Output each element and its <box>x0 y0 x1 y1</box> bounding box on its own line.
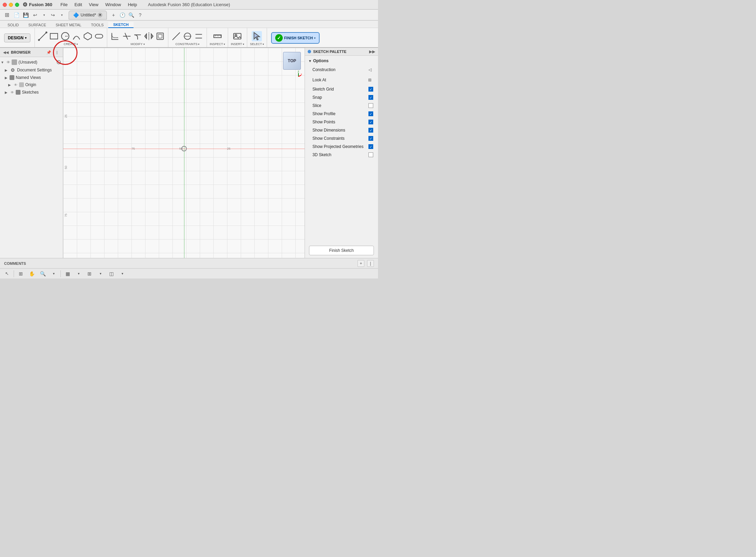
help-button[interactable]: ? <box>136 11 144 19</box>
palette-checkbox-show-projected[interactable]: ✓ <box>368 144 373 149</box>
measure-icon[interactable] <box>212 31 223 41</box>
line-tool-icon[interactable] <box>38 31 48 41</box>
svg-point-1 <box>38 39 40 41</box>
palette-row-show-constraints[interactable]: Show Constraints ✓ <box>305 134 378 142</box>
palette-checkbox-slice[interactable] <box>368 103 373 108</box>
palette-checkbox-sketch-grid[interactable]: ✓ <box>368 87 373 92</box>
coincident-constraint-icon[interactable] <box>171 31 181 41</box>
tab-tools[interactable]: TOOLS <box>86 22 108 28</box>
close-button[interactable] <box>3 3 7 7</box>
palette-checkbox-show-dimensions[interactable]: ✓ <box>368 128 373 133</box>
browser-pin-icon[interactable]: 📌 <box>46 49 52 55</box>
viewcube[interactable]: TOP Z X <box>283 52 302 78</box>
fillet-tool-icon[interactable] <box>110 31 120 41</box>
trim-tool-icon[interactable] <box>121 31 131 41</box>
collinear-constraint-icon[interactable] <box>182 31 193 41</box>
palette-header: SKETCH PALETTE ▶▶ <box>305 48 378 56</box>
comments-add-icon[interactable]: + <box>358 260 364 267</box>
tab-grid-icon[interactable]: ⊞ <box>3 11 11 19</box>
palette-row-construction[interactable]: Construction ◁ <box>305 65 378 75</box>
browser-item-origin[interactable]: ▶ 👁 Origin <box>0 81 63 89</box>
browser-collapse-icon[interactable]: ◀◀ <box>3 49 9 55</box>
slot-tool-icon[interactable] <box>94 31 104 41</box>
mirror-tool-icon[interactable] <box>144 31 154 41</box>
browser-item-doc-settings[interactable]: ▶ ⚙ Document Settings <box>0 66 63 74</box>
tree-eye-origin[interactable]: 👁 <box>13 82 18 87</box>
menu-edit[interactable]: Edit <box>72 1 85 8</box>
palette-row-show-profile[interactable]: Show Profile ✓ <box>305 110 378 118</box>
move-tool-icon[interactable]: ↖ <box>3 270 11 278</box>
palette-row-slice[interactable]: Slice <box>305 101 378 110</box>
menu-window[interactable]: Window <box>102 1 124 8</box>
tab-surface[interactable]: SURFACE <box>24 22 51 28</box>
maximize-button[interactable] <box>15 3 19 7</box>
zoom-in-icon[interactable]: 🔍 <box>39 270 47 278</box>
menu-file[interactable]: File <box>58 1 70 8</box>
undo-icon[interactable]: ↩ <box>31 11 39 19</box>
palette-row-show-projected[interactable]: Show Projected Geometries ✓ <box>305 142 378 151</box>
undo-dropdown-icon[interactable]: ▾ <box>40 11 48 19</box>
new-tab-button[interactable]: + <box>110 11 117 19</box>
finish-sketch-toolbar-button[interactable]: ✓ FINISH SKETCH ▾ <box>271 32 320 44</box>
rectangle-tool-icon[interactable] <box>49 31 59 41</box>
design-button[interactable]: DESIGN ▾ <box>4 33 30 42</box>
finish-sketch-palette-button[interactable]: Finish Sketch <box>309 246 374 255</box>
insert-image-icon[interactable] <box>232 31 242 41</box>
orbit-icon[interactable]: ⊞ <box>17 270 25 278</box>
menu-help[interactable]: Help <box>125 1 140 8</box>
polygon-tool-icon[interactable] <box>83 31 93 41</box>
select-icon[interactable] <box>252 31 262 41</box>
parallel-constraint-icon[interactable] <box>194 31 204 41</box>
palette-row-3d-sketch[interactable]: 3D Sketch <box>305 151 378 159</box>
palette-title: SKETCH PALETTE <box>313 50 369 54</box>
document-tab[interactable]: 🔷 Untitled* ✕ <box>69 11 107 19</box>
palette-row-look-at[interactable]: Look At ⊞ <box>305 75 378 85</box>
palette-row-sketch-grid[interactable]: Sketch Grid ✓ <box>305 85 378 93</box>
redo-icon[interactable]: ↪ <box>49 11 57 19</box>
palette-checkbox-show-profile[interactable]: ✓ <box>368 111 373 116</box>
grid-icon[interactable]: ⊞ <box>85 270 94 278</box>
save-icon[interactable]: 💾 <box>22 11 30 19</box>
browser-item-unsaved[interactable]: ▼ 👁 (Unsaved) <box>0 58 63 66</box>
canvas[interactable]: 25 50 75 25 50 75 TOP Z X <box>63 48 305 258</box>
palette-checkbox-snap[interactable]: ✓ <box>368 95 373 100</box>
look-at-icon[interactable]: ⊞ <box>366 77 373 83</box>
tree-eye-unsaved[interactable]: 👁 <box>5 59 11 65</box>
comments-collapse-icon[interactable]: | <box>367 260 374 267</box>
menu-view[interactable]: View <box>86 1 101 8</box>
arc-tool-icon[interactable] <box>71 31 82 41</box>
browser-item-named-views[interactable]: ▶ Named Views <box>0 74 63 81</box>
palette-checkbox-show-points[interactable]: ✓ <box>368 120 373 124</box>
search-button[interactable]: 🔍 <box>127 11 135 19</box>
new-file-icon[interactable]: 📄 <box>12 11 20 19</box>
zoom-dropdown-icon[interactable]: ▾ <box>50 270 58 278</box>
extend-tool-icon[interactable] <box>132 31 143 41</box>
palette-row-show-points[interactable]: Show Points ✓ <box>305 118 378 126</box>
palette-section-header[interactable]: ▼ Options <box>305 57 378 65</box>
palette-row-snap[interactable]: Snap ✓ <box>305 93 378 101</box>
tab-sketch[interactable]: SKETCH <box>108 22 133 28</box>
svg-line-0 <box>39 32 46 40</box>
history-button[interactable]: 🕐 <box>118 11 126 19</box>
view-options-icon[interactable]: ◫ <box>107 270 115 278</box>
tab-sheet-metal[interactable]: SHEET METAL <box>51 22 86 28</box>
minimize-button[interactable] <box>9 3 13 7</box>
browser-expand-icon[interactable]: | <box>54 49 60 55</box>
tab-close-button[interactable]: ✕ <box>98 13 102 17</box>
construction-icon[interactable]: ◁ <box>366 66 373 73</box>
palette-checkbox-show-constraints[interactable]: ✓ <box>368 136 373 141</box>
tree-eye-sketches[interactable]: 👁 <box>10 90 15 95</box>
offset-tool-icon[interactable] <box>155 31 165 41</box>
palette-expand-icon[interactable]: ▶▶ <box>369 49 375 54</box>
palette-row-show-dimensions[interactable]: Show Dimensions ✓ <box>305 126 378 134</box>
redo-dropdown-icon[interactable]: ▾ <box>58 11 66 19</box>
circle-tool-icon[interactable] <box>60 31 70 41</box>
browser-item-sketches[interactable]: ▶ 👁 Sketches <box>0 89 63 96</box>
palette-checkbox-3d-sketch[interactable] <box>368 152 373 157</box>
display-mode-icon[interactable]: ▦ <box>64 270 72 278</box>
tab-solid[interactable]: SOLID <box>3 22 24 28</box>
view-options-dropdown-icon[interactable]: ▾ <box>118 270 126 278</box>
grid-dropdown-icon[interactable]: ▾ <box>96 270 104 278</box>
display-dropdown-icon[interactable]: ▾ <box>74 270 83 278</box>
pan-icon[interactable]: ✋ <box>28 270 36 278</box>
